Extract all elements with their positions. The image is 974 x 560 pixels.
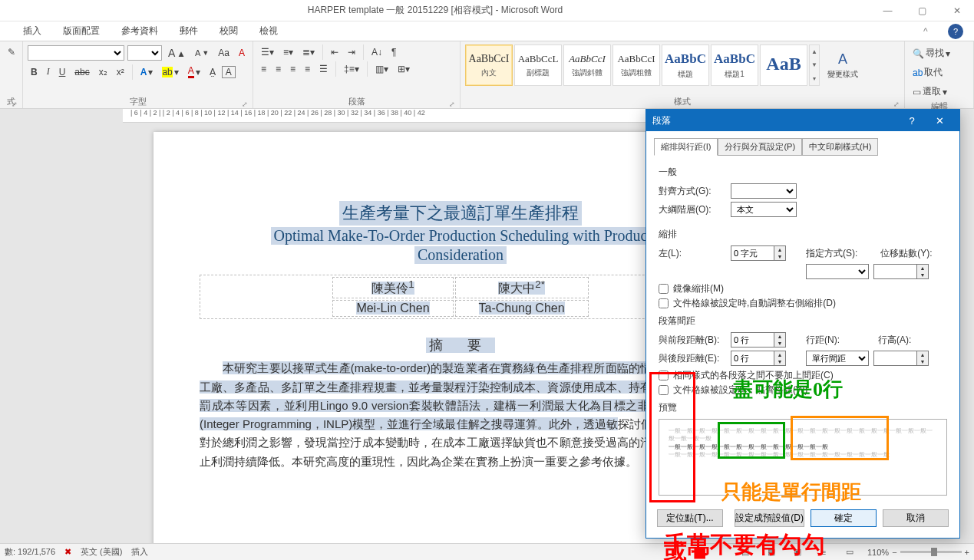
dialog-launcher-icon[interactable]: ⤢ — [12, 100, 18, 108]
tab-insert[interactable]: 插入 — [15, 22, 49, 40]
highlight-button[interactable]: ab▾ — [159, 64, 181, 80]
underline-button[interactable]: U — [56, 64, 69, 80]
view-print-button[interactable]: ▤ — [737, 545, 754, 559]
style-gallery-scroll[interactable]: ▲▼▾ — [809, 44, 820, 86]
special-select[interactable] — [806, 264, 869, 279]
line-spacing-button[interactable]: ‡≡▾ — [341, 61, 362, 77]
linespacing-label: 行距(N): — [806, 334, 840, 347]
align-select[interactable] — [731, 183, 797, 199]
style-item-0[interactable]: AaBbCcI內文 — [465, 44, 513, 86]
mirror-checkbox[interactable] — [659, 284, 669, 294]
zoom-value[interactable]: 110% — [867, 548, 889, 557]
select-button[interactable]: ▭選取▾ — [910, 83, 969, 100]
show-marks-button[interactable]: ¶ — [388, 44, 399, 60]
style-item-2[interactable]: AaBbCcI強調斜體 — [563, 44, 611, 86]
view-read-button[interactable]: ▦ — [763, 545, 780, 559]
styles-dialog-launcher-icon[interactable]: ⤢ — [893, 100, 900, 108]
tab-view[interactable]: 檢視 — [252, 22, 286, 40]
tab-review[interactable]: 校閱 — [212, 22, 246, 40]
decrease-indent-button[interactable]: ⇤ — [328, 44, 342, 60]
subscript-button[interactable]: x₂ — [96, 64, 111, 80]
minimize-button[interactable]: — — [870, 0, 905, 21]
view-draft-button[interactable]: ▭ — [841, 545, 858, 559]
bullets-button[interactable]: ☰▾ — [258, 44, 277, 60]
strike-button[interactable]: abc — [71, 64, 92, 80]
bold-button[interactable]: B — [28, 64, 41, 80]
superscript-button[interactable]: x² — [114, 64, 127, 80]
view-web-button[interactable]: ▣ — [789, 545, 806, 559]
before-spinner[interactable]: ▲▼ — [731, 332, 786, 348]
find-button[interactable]: 🔍尋找▾ — [910, 44, 969, 62]
phonetic-guide-button[interactable]: A̤ — [206, 64, 219, 80]
change-styles-icon: A — [838, 51, 847, 68]
cancel-button[interactable]: 取消 — [883, 509, 949, 527]
tab-references[interactable]: 參考資料 — [114, 22, 166, 40]
autoadjust-checkbox[interactable] — [659, 298, 669, 308]
align-center-button[interactable]: ≡ — [272, 61, 284, 77]
change-styles-button[interactable]: A 變更樣式 — [824, 44, 861, 86]
dialog-titlebar[interactable]: 段落 ? ✕ — [646, 110, 959, 131]
tabs-button[interactable]: 定位點(T)... — [657, 509, 723, 527]
style-item-6[interactable]: AaB — [760, 44, 807, 86]
text-effects-button[interactable]: A▾ — [137, 64, 157, 80]
view-outline-button[interactable]: ≡ — [815, 545, 832, 559]
font-size-combo[interactable] — [127, 45, 162, 61]
style-gallery[interactable]: AaBbCcI內文AaBbCcL副標題AaBbCcI強調斜體AaBbCcI強調粗… — [465, 44, 807, 86]
help-icon[interactable]: ? — [948, 24, 963, 39]
borders-button[interactable]: ⊞▾ — [395, 61, 413, 77]
replace-button[interactable]: ab取代 — [910, 64, 969, 81]
dialog-tab-asian[interactable]: 中文印刷樣式(H) — [802, 138, 878, 156]
indent-left-spinner[interactable]: ▲▼ — [731, 245, 786, 261]
font-dialog-launcher-icon[interactable]: ⤢ — [242, 100, 248, 108]
format-painter-button[interactable]: ✎ — [5, 44, 18, 60]
status-mode[interactable]: 插入 — [131, 546, 148, 558]
nosamespace-checkbox[interactable] — [659, 371, 669, 380]
linespacing-select[interactable]: 單行間距 — [806, 351, 869, 366]
align-right-button[interactable]: ≡ — [287, 61, 299, 77]
status-language[interactable]: 英文 (美國) — [81, 546, 122, 558]
numbering-button[interactable]: ≡▾ — [280, 44, 296, 60]
dialog-tab-indent[interactable]: 縮排與行距(I) — [654, 138, 718, 156]
lineat-spinner[interactable]: ▲▼ — [873, 351, 929, 366]
zoom-in-button[interactable]: + — [965, 548, 969, 557]
change-case-button[interactable]: Aa — [215, 45, 233, 61]
dialog-close-icon[interactable]: ✕ — [926, 115, 953, 127]
grow-font-button[interactable]: A▲ — [165, 44, 189, 61]
status-wordcount[interactable]: 數: 192/1,576 — [5, 546, 55, 558]
dialog-tab-linebreak[interactable]: 分行與分頁設定(P) — [718, 138, 802, 156]
tab-mailings[interactable]: 郵件 — [172, 22, 206, 40]
offset-label: 位移點數(Y): — [880, 247, 932, 260]
shading-button[interactable]: ▥▾ — [372, 61, 391, 77]
style-item-4[interactable]: AaBbC標題 — [662, 44, 709, 86]
clear-format-button[interactable]: A — [236, 45, 248, 61]
outline-select[interactable]: 本文 — [731, 202, 797, 217]
font-color-button[interactable]: A▾ — [185, 63, 203, 81]
italic-button[interactable]: I — [44, 64, 53, 80]
close-button[interactable]: ✕ — [939, 0, 974, 21]
align-left-button[interactable]: ≡ — [258, 61, 269, 77]
style-item-5[interactable]: AaBbC標題1 — [711, 44, 758, 86]
default-button[interactable]: 設定成預設值(D) — [735, 509, 804, 527]
multilevel-button[interactable]: ≣▾ — [299, 44, 318, 60]
distribute-button[interactable]: ☰ — [316, 61, 331, 77]
align-justify-button[interactable]: ≡ — [302, 61, 313, 77]
paragraph-dialog-launcher-icon[interactable]: ⤢ — [449, 100, 455, 108]
snapgrid-checkbox[interactable] — [659, 385, 669, 395]
increase-indent-button[interactable]: ⇥ — [345, 44, 358, 60]
ok-button[interactable]: 確定 — [811, 509, 877, 527]
zoom-out-button[interactable]: − — [892, 548, 896, 557]
style-item-3[interactable]: AaBbCcI強調粗體 — [612, 44, 660, 86]
status-proof-icon[interactable]: ✖ — [64, 547, 71, 557]
dialog-help-icon[interactable]: ? — [898, 115, 926, 127]
tab-layout[interactable]: 版面配置 — [55, 22, 107, 40]
style-item-1[interactable]: AaBbCcL副標題 — [514, 44, 562, 86]
char-border-button[interactable]: A — [222, 66, 236, 78]
font-family-combo[interactable] — [28, 45, 124, 61]
sort-button[interactable]: A↓ — [368, 44, 385, 60]
after-spinner[interactable]: ▲▼ — [731, 351, 786, 366]
shrink-font-button[interactable]: A▼ — [192, 46, 212, 60]
zoom-slider[interactable] — [900, 551, 962, 553]
offset-spinner[interactable]: ▲▼ — [873, 264, 929, 279]
maximize-button[interactable]: ▢ — [905, 0, 939, 21]
ribbon-collapse-icon[interactable]: ^ — [923, 26, 942, 37]
